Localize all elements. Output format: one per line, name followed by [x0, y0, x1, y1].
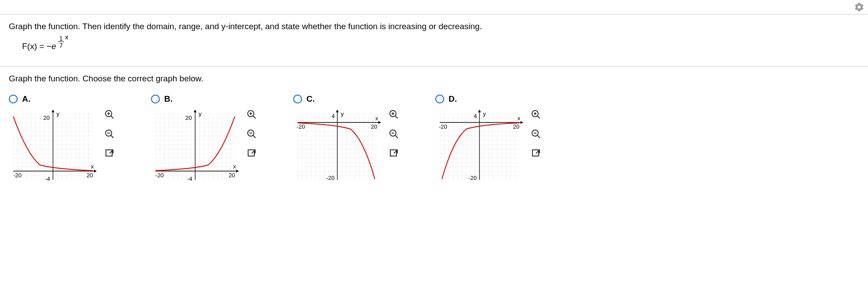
svg-text:-20: -20 [439, 123, 447, 130]
option-a: A. y [9, 94, 116, 184]
svg-line-14 [111, 135, 113, 138]
svg-line-50 [395, 135, 398, 138]
option-a-label: A. [22, 94, 30, 104]
radio-d[interactable] [435, 95, 444, 103]
svg-rect-70 [532, 150, 539, 156]
zoom-out-a[interactable] [103, 129, 116, 141]
svg-line-68 [537, 135, 540, 138]
graph-d: y x 4 -20 20 -20 [435, 109, 524, 184]
svg-text:y: y [341, 111, 344, 117]
formula-base: e [52, 42, 57, 51]
formula-fraction: 1 7 [58, 35, 64, 49]
zoom-in-b[interactable] [245, 109, 258, 122]
svg-text:20: 20 [43, 114, 49, 121]
svg-line-64 [537, 116, 540, 118]
popout-c[interactable] [388, 148, 400, 160]
svg-line-10 [111, 116, 113, 118]
popout-icon [389, 148, 399, 161]
settings-button[interactable] [854, 2, 864, 15]
gear-icon [854, 5, 864, 14]
popout-a[interactable] [103, 148, 116, 160]
zoom-out-d[interactable] [530, 129, 542, 141]
svg-text:y: y [483, 111, 486, 117]
option-d-label: D. [449, 94, 457, 104]
zoom-out-icon [531, 129, 541, 141]
radio-a[interactable] [9, 95, 18, 103]
formula-exp-var: x [65, 33, 68, 41]
svg-line-46 [395, 116, 398, 118]
formula-lhs: F(x) = − [22, 42, 52, 51]
graph-c: y x 4 -20 20 -20 [293, 109, 381, 184]
popout-icon [104, 148, 115, 161]
zoom-out-c[interactable] [388, 129, 400, 141]
radio-b[interactable] [151, 95, 160, 103]
question-text: Graph the function. Then identify the do… [9, 22, 859, 31]
svg-text:20: 20 [229, 172, 235, 179]
svg-rect-34 [248, 150, 254, 156]
zoom-in-a[interactable] [103, 109, 116, 122]
radio-c[interactable] [293, 95, 302, 103]
option-d: D. y x 4 -20 20 -20 [435, 94, 542, 184]
svg-rect-16 [106, 150, 112, 156]
svg-text:20: 20 [87, 172, 93, 179]
popout-icon [246, 148, 257, 161]
svg-line-28 [253, 116, 256, 118]
svg-rect-52 [390, 150, 396, 156]
popout-d[interactable] [530, 148, 542, 160]
popout-b[interactable] [245, 148, 258, 160]
svg-line-32 [253, 135, 256, 138]
svg-text:4: 4 [474, 113, 477, 119]
option-c-label: C. [306, 94, 315, 104]
zoom-in-icon [531, 109, 541, 122]
svg-text:-4: -4 [187, 176, 192, 182]
svg-text:-20: -20 [326, 175, 335, 181]
option-b: B. y x 20 -20 20 -4 [151, 94, 258, 184]
svg-text:x: x [517, 115, 521, 122]
svg-text:x: x [233, 163, 236, 170]
sub-question: Graph the function. Choose the correct g… [9, 74, 859, 84]
svg-text:-20: -20 [297, 123, 305, 130]
zoom-in-icon [104, 109, 115, 122]
svg-text:x: x [375, 115, 378, 122]
option-c: C. y x 4 -20 20 -20 [293, 94, 400, 184]
svg-text:20: 20 [185, 114, 192, 121]
popout-icon [531, 148, 541, 161]
zoom-in-d[interactable] [530, 109, 542, 122]
svg-text:20: 20 [371, 123, 377, 130]
graph-a: y x 20 -20 20 -4 [9, 109, 97, 184]
option-b-label: B. [164, 94, 173, 104]
svg-text:4: 4 [332, 113, 335, 119]
svg-text:-20: -20 [13, 172, 22, 179]
zoom-out-icon [104, 129, 115, 141]
svg-text:y: y [57, 111, 60, 117]
graph-b: y x 20 -20 20 -4 [151, 109, 239, 184]
zoom-in-icon [246, 109, 257, 122]
svg-text:-20: -20 [155, 172, 164, 179]
zoom-out-icon [389, 129, 399, 141]
svg-text:y: y [199, 111, 202, 117]
formula: F(x) = − e 1 7 x [22, 39, 859, 53]
zoom-out-icon [246, 129, 257, 141]
svg-text:x: x [91, 163, 94, 170]
svg-text:-4: -4 [45, 176, 50, 182]
svg-text:-20: -20 [468, 175, 477, 181]
zoom-out-b[interactable] [245, 129, 258, 141]
svg-text:20: 20 [513, 123, 519, 130]
zoom-in-c[interactable] [388, 109, 400, 122]
zoom-in-icon [389, 109, 399, 122]
